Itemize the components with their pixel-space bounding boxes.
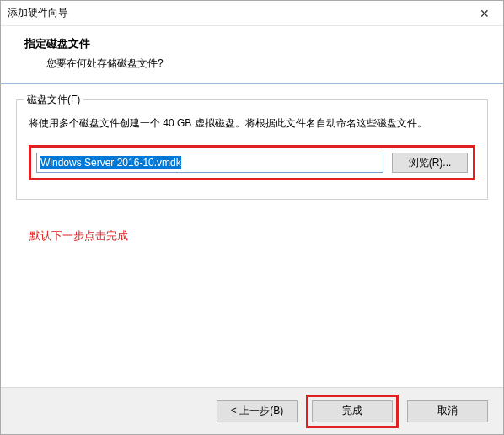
disk-file-value: Windows Server 2016-10.vmdk <box>40 156 181 169</box>
browse-button[interactable]: 浏览(R)... <box>392 153 468 173</box>
titlebar: 添加硬件向导 ✕ <box>1 1 503 26</box>
close-icon: ✕ <box>480 7 490 20</box>
close-button[interactable]: ✕ <box>465 1 503 26</box>
window-title: 添加硬件向导 <box>8 6 68 20</box>
page-title: 指定磁盘文件 <box>24 36 480 51</box>
back-button[interactable]: < 上一步(B) <box>217 400 298 422</box>
page-subtitle: 您要在何处存储磁盘文件? <box>24 56 480 71</box>
input-row-highlight: Windows Server 2016-10.vmdk 浏览(R)... <box>29 145 475 180</box>
wizard-window: 添加硬件向导 ✕ 指定磁盘文件 您要在何处存储磁盘文件? 磁盘文件(F) 将使用… <box>0 0 504 435</box>
group-description: 将使用多个磁盘文件创建一个 40 GB 虚拟磁盘。将根据此文件名自动命名这些磁盘… <box>29 115 475 132</box>
content-area: 磁盘文件(F) 将使用多个磁盘文件创建一个 40 GB 虚拟磁盘。将根据此文件名… <box>1 84 503 387</box>
file-input-wrap: Windows Server 2016-10.vmdk <box>36 153 383 173</box>
finish-highlight: 完成 <box>306 395 399 428</box>
finish-button[interactable]: 完成 <box>312 400 393 422</box>
annotation-hint: 默认下一步点击完成 <box>29 228 488 244</box>
wizard-footer: < 上一步(B) 完成 取消 <box>1 387 503 434</box>
cancel-button[interactable]: 取消 <box>407 400 488 422</box>
group-legend: 磁盘文件(F) <box>24 93 83 107</box>
disk-file-input[interactable]: Windows Server 2016-10.vmdk <box>36 153 383 173</box>
disk-file-group: 磁盘文件(F) 将使用多个磁盘文件创建一个 40 GB 虚拟磁盘。将根据此文件名… <box>16 99 488 200</box>
wizard-header: 指定磁盘文件 您要在何处存储磁盘文件? <box>1 26 503 83</box>
